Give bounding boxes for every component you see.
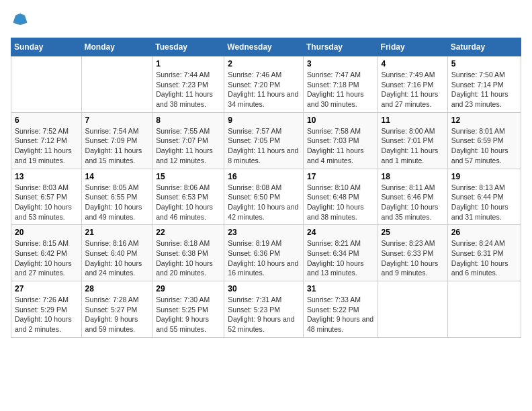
day-info: Sunrise: 8:05 AM Sunset: 6:55 PM Dayligh… [85,183,149,222]
day-number: 15 [156,172,220,181]
day-number: 27 [15,284,78,293]
calendar-cell: 29Sunrise: 7:30 AM Sunset: 5:25 PM Dayli… [152,281,224,338]
weekday-header: Tuesday [152,38,224,56]
day-info: Sunrise: 8:16 AM Sunset: 6:40 PM Dayligh… [85,238,149,278]
calendar-cell: 23Sunrise: 8:19 AM Sunset: 6:36 PM Dayli… [224,225,304,281]
weekday-header: Saturday [447,38,521,56]
day-number: 20 [15,228,78,237]
calendar-week-row: 6Sunrise: 7:52 AM Sunset: 7:12 PM Daylig… [11,112,521,169]
day-info: Sunrise: 7:50 AM Sunset: 7:14 PM Dayligh… [451,70,517,109]
day-number: 10 [307,116,374,125]
day-info: Sunrise: 8:10 AM Sunset: 6:48 PM Dayligh… [307,183,374,222]
day-number: 3 [307,59,374,68]
logo [11,11,32,30]
weekday-header: Monday [81,38,152,56]
day-number: 16 [228,172,300,181]
day-number: 26 [451,228,517,237]
day-info: Sunrise: 7:30 AM Sunset: 5:25 PM Dayligh… [156,295,220,334]
calendar-cell: 8Sunrise: 7:55 AM Sunset: 7:07 PM Daylig… [152,112,224,169]
calendar-cell: 26Sunrise: 8:24 AM Sunset: 6:31 PM Dayli… [447,225,521,281]
day-number: 7 [85,116,149,125]
day-info: Sunrise: 8:01 AM Sunset: 6:59 PM Dayligh… [451,126,517,166]
calendar-cell: 10Sunrise: 7:58 AM Sunset: 7:03 PM Dayli… [303,112,378,169]
calendar-cell: 3Sunrise: 7:47 AM Sunset: 7:18 PM Daylig… [303,56,378,113]
day-number: 28 [85,284,149,293]
day-info: Sunrise: 7:49 AM Sunset: 7:16 PM Dayligh… [382,70,444,109]
day-info: Sunrise: 8:23 AM Sunset: 6:33 PM Dayligh… [382,238,444,278]
logo-icon [11,11,30,30]
calendar-cell: 15Sunrise: 8:06 AM Sunset: 6:53 PM Dayli… [152,169,224,225]
calendar-cell: 12Sunrise: 8:01 AM Sunset: 6:59 PM Dayli… [447,112,521,169]
day-info: Sunrise: 7:33 AM Sunset: 5:22 PM Dayligh… [307,295,374,334]
day-info: Sunrise: 8:06 AM Sunset: 6:53 PM Dayligh… [156,183,220,222]
day-number: 11 [382,116,444,125]
day-info: Sunrise: 7:31 AM Sunset: 5:23 PM Dayligh… [228,295,300,334]
day-number: 6 [15,116,78,125]
day-number: 12 [451,116,517,125]
calendar-cell: 18Sunrise: 8:11 AM Sunset: 6:46 PM Dayli… [378,169,447,225]
calendar-cell: 27Sunrise: 7:26 AM Sunset: 5:29 PM Dayli… [11,281,82,338]
day-info: Sunrise: 8:19 AM Sunset: 6:36 PM Dayligh… [228,238,300,278]
day-info: Sunrise: 7:28 AM Sunset: 5:27 PM Dayligh… [85,295,149,334]
day-number: 17 [307,172,374,181]
day-info: Sunrise: 8:13 AM Sunset: 6:44 PM Dayligh… [451,183,517,222]
weekday-header: Wednesday [224,38,304,56]
calendar-cell: 30Sunrise: 7:31 AM Sunset: 5:23 PM Dayli… [224,281,304,338]
calendar-cell: 7Sunrise: 7:54 AM Sunset: 7:09 PM Daylig… [81,112,152,169]
calendar-cell: 25Sunrise: 8:23 AM Sunset: 6:33 PM Dayli… [378,225,447,281]
day-number: 30 [228,284,300,293]
day-number: 9 [228,116,300,125]
day-info: Sunrise: 7:57 AM Sunset: 7:05 PM Dayligh… [228,126,300,166]
day-number: 5 [451,59,517,68]
day-info: Sunrise: 7:54 AM Sunset: 7:09 PM Dayligh… [85,126,149,166]
weekday-header: Friday [378,38,447,56]
calendar-cell [447,281,521,338]
day-info: Sunrise: 8:18 AM Sunset: 6:38 PM Dayligh… [156,238,220,278]
calendar-cell: 5Sunrise: 7:50 AM Sunset: 7:14 PM Daylig… [447,56,521,113]
weekday-header: Sunday [11,38,82,56]
calendar-cell: 1Sunrise: 7:44 AM Sunset: 7:23 PM Daylig… [152,56,224,113]
weekday-header: Thursday [303,38,378,56]
calendar-cell [81,56,152,113]
day-info: Sunrise: 7:44 AM Sunset: 7:23 PM Dayligh… [156,70,220,109]
day-info: Sunrise: 7:47 AM Sunset: 7:18 PM Dayligh… [307,70,374,109]
calendar-cell: 11Sunrise: 8:00 AM Sunset: 7:01 PM Dayli… [378,112,447,169]
day-info: Sunrise: 7:58 AM Sunset: 7:03 PM Dayligh… [307,126,374,166]
calendar-week-row: 1Sunrise: 7:44 AM Sunset: 7:23 PM Daylig… [11,56,521,113]
day-number: 24 [307,228,374,237]
day-number: 25 [382,228,444,237]
day-number: 29 [156,284,220,293]
day-number: 1 [156,59,220,68]
calendar-cell: 9Sunrise: 7:57 AM Sunset: 7:05 PM Daylig… [224,112,304,169]
day-info: Sunrise: 7:46 AM Sunset: 7:20 PM Dayligh… [228,70,300,109]
calendar-cell: 21Sunrise: 8:16 AM Sunset: 6:40 PM Dayli… [81,225,152,281]
calendar-cell [378,281,447,338]
day-number: 19 [451,172,517,181]
calendar-cell: 4Sunrise: 7:49 AM Sunset: 7:16 PM Daylig… [378,56,447,113]
calendar-cell: 17Sunrise: 8:10 AM Sunset: 6:48 PM Dayli… [303,169,378,225]
day-number: 22 [156,228,220,237]
calendar-week-row: 27Sunrise: 7:26 AM Sunset: 5:29 PM Dayli… [11,281,521,338]
calendar-cell: 16Sunrise: 8:08 AM Sunset: 6:50 PM Dayli… [224,169,304,225]
day-number: 8 [156,116,220,125]
day-number: 14 [85,172,149,181]
day-number: 4 [382,59,444,68]
calendar-cell: 2Sunrise: 7:46 AM Sunset: 7:20 PM Daylig… [224,56,304,113]
day-info: Sunrise: 7:52 AM Sunset: 7:12 PM Dayligh… [15,126,78,166]
calendar-cell: 31Sunrise: 7:33 AM Sunset: 5:22 PM Dayli… [303,281,378,338]
calendar-table: SundayMondayTuesdayWednesdayThursdayFrid… [11,38,521,338]
day-number: 13 [15,172,78,181]
day-info: Sunrise: 8:03 AM Sunset: 6:57 PM Dayligh… [15,183,78,222]
page-header [11,11,521,30]
day-number: 31 [307,284,374,293]
day-number: 18 [382,172,444,181]
day-info: Sunrise: 8:21 AM Sunset: 6:34 PM Dayligh… [307,238,374,278]
day-info: Sunrise: 7:55 AM Sunset: 7:07 PM Dayligh… [156,126,220,166]
calendar-cell: 20Sunrise: 8:15 AM Sunset: 6:42 PM Dayli… [11,225,82,281]
calendar-cell: 22Sunrise: 8:18 AM Sunset: 6:38 PM Dayli… [152,225,224,281]
calendar-cell: 13Sunrise: 8:03 AM Sunset: 6:57 PM Dayli… [11,169,82,225]
calendar-cell [11,56,82,113]
calendar-cell: 6Sunrise: 7:52 AM Sunset: 7:12 PM Daylig… [11,112,82,169]
day-number: 23 [228,228,300,237]
day-number: 21 [85,228,149,237]
